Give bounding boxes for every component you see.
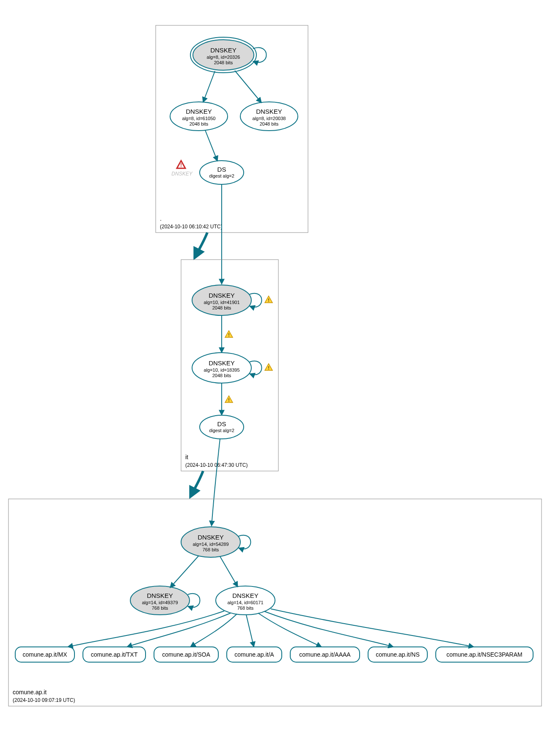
svg-text:alg=14, id=54289: alg=14, id=54289 (192, 542, 228, 547)
svg-text:DNSKEY: DNSKEY (186, 108, 212, 115)
edge-it-to-comune-zone (190, 471, 203, 497)
svg-text:alg=14, id=60171: alg=14, id=60171 (227, 600, 263, 605)
svg-text:DNSKEY: DNSKEY (209, 292, 235, 299)
zone-it-timestamp: (2024-10-10 06:47:30 UTC) (185, 462, 248, 468)
edge-root-to-it-zone (195, 233, 207, 258)
svg-text:digest alg=2: digest alg=2 (209, 173, 234, 178)
edge-zsk2-a (246, 615, 254, 647)
svg-text:comune.ap.it/MX: comune.ap.it/MX (22, 651, 67, 658)
svg-text:768 bits: 768 bits (237, 605, 254, 611)
rrset-a: comune.ap.it/A (227, 647, 282, 662)
svg-text:768 bits: 768 bits (203, 547, 219, 552)
zone-root-label: . (160, 215, 162, 222)
error-icon: ! (177, 161, 185, 168)
node-root-zsk2: DNSKEY alg=8, id=20038 2048 bits (240, 102, 298, 131)
zone-comune-timestamp: (2024-10-10 09:07:19 UTC) (13, 697, 75, 703)
warning-icon: ! (225, 396, 233, 403)
rrset-ns: comune.ap.it/NS (368, 647, 427, 662)
node-root-ksk: DNSKEY alg=8, id=20326 2048 bits (190, 37, 256, 73)
edge-comune-ksk-zsk1 (170, 556, 199, 588)
svg-text:alg=14, id=49379: alg=14, id=49379 (142, 600, 178, 605)
svg-text:comune.ap.it/NSEC3PARAM: comune.ap.it/NSEC3PARAM (446, 651, 522, 658)
svg-text:2048 bits: 2048 bits (214, 60, 233, 65)
edge-zsk2-txt (127, 613, 231, 647)
svg-text:comune.ap.it/AAAA: comune.ap.it/AAAA (299, 651, 351, 658)
svg-text:2048 bits: 2048 bits (212, 305, 231, 310)
svg-text:!: ! (268, 298, 270, 303)
node-root-ghost-dnskey: DNSKEY ! (171, 161, 192, 177)
zone-comune: comune.ap.it (2024-10-10 09:07:19 UTC) D… (8, 499, 542, 706)
svg-text:DNSKEY: DNSKEY (147, 592, 173, 599)
svg-text:alg=10, id=18395: alg=10, id=18395 (204, 367, 239, 373)
node-comune-zsk1: DNSKEY alg=14, id=49379 768 bits (130, 586, 190, 615)
zone-root: . (2024-10-10 06:10:42 UTC) DNSKEY alg=8… (156, 25, 308, 233)
warning-icon: ! (265, 364, 272, 370)
edge-root-zsk1-ds (205, 130, 217, 161)
svg-text:DNSKEY: DNSKEY (209, 359, 235, 367)
warning-icon: ! (225, 331, 233, 337)
node-comune-zsk2: DNSKEY alg=14, id=60171 768 bits (216, 586, 275, 615)
svg-text:alg=10, id=41901: alg=10, id=41901 (204, 300, 239, 305)
svg-text:2048 bits: 2048 bits (190, 121, 209, 126)
node-root-zsk1: DNSKEY alg=8, id=61050 2048 bits (170, 102, 228, 131)
svg-text:!: ! (228, 332, 230, 337)
zone-it-label: it (185, 454, 188, 460)
svg-text:alg=8, id=61050: alg=8, id=61050 (182, 116, 216, 121)
svg-text:DS: DS (217, 166, 226, 173)
node-it-ksk: DNSKEY alg=10, id=41901 2048 bits (192, 285, 251, 315)
svg-text:comune.ap.it/SOA: comune.ap.it/SOA (162, 651, 210, 658)
node-root-ds: DS digest alg=2 (200, 161, 244, 184)
svg-text:alg=8, id=20326: alg=8, id=20326 (207, 55, 240, 60)
node-it-ds: DS digest alg=2 (200, 415, 244, 439)
svg-text:comune.ap.it/TXT: comune.ap.it/TXT (91, 651, 138, 658)
svg-text:2048 bits: 2048 bits (260, 121, 279, 126)
edge-comune-ksk-zsk2 (220, 556, 238, 587)
rrset-txt: comune.ap.it/TXT (83, 647, 146, 662)
svg-text:2048 bits: 2048 bits (212, 373, 231, 378)
rrset-aaaa: comune.ap.it/AAAA (290, 647, 360, 662)
rrset-mx: comune.ap.it/MX (15, 647, 74, 662)
svg-text:comune.ap.it/NS: comune.ap.it/NS (376, 651, 420, 658)
edge-it-ds-to-comune-ksk (212, 439, 220, 526)
zone-it: it (2024-10-10 06:47:30 UTC) DNSKEY alg=… (181, 260, 278, 471)
svg-text:DNSKEY: DNSKEY (210, 47, 236, 54)
svg-text:!: ! (180, 162, 182, 168)
svg-text:comune.ap.it/A: comune.ap.it/A (234, 651, 274, 658)
svg-text:!: ! (228, 397, 230, 403)
svg-text:DNSKEY: DNSKEY (256, 108, 282, 115)
svg-text:DNSKEY: DNSKEY (198, 534, 224, 541)
svg-text:DS: DS (217, 420, 226, 427)
svg-text:DNSKEY: DNSKEY (232, 592, 258, 599)
svg-text:digest alg=2: digest alg=2 (209, 428, 234, 433)
node-it-zsk: DNSKEY alg=10, id=18395 2048 bits (192, 353, 251, 383)
svg-text:alg=8, id=20038: alg=8, id=20038 (253, 116, 286, 121)
svg-text:768 bits: 768 bits (152, 605, 168, 611)
svg-text:DNSKEY: DNSKEY (171, 171, 192, 177)
edge-root-ksk-zsk2 (235, 71, 261, 103)
warning-icon: ! (265, 296, 272, 303)
rrset-soa: comune.ap.it/SOA (154, 647, 218, 662)
svg-text:!: ! (268, 365, 270, 370)
edge-zsk2-aaaa (258, 613, 322, 647)
zone-comune-label: comune.ap.it (13, 689, 47, 696)
node-comune-ksk: DNSKEY alg=14, id=54289 768 bits (181, 527, 240, 557)
edge-root-ksk-zsk1 (203, 71, 215, 102)
rrset-nsec3param: comune.ap.it/NSEC3PARAM (436, 647, 533, 662)
zone-root-timestamp: (2024-10-10 06:10:42 UTC) (160, 224, 222, 230)
